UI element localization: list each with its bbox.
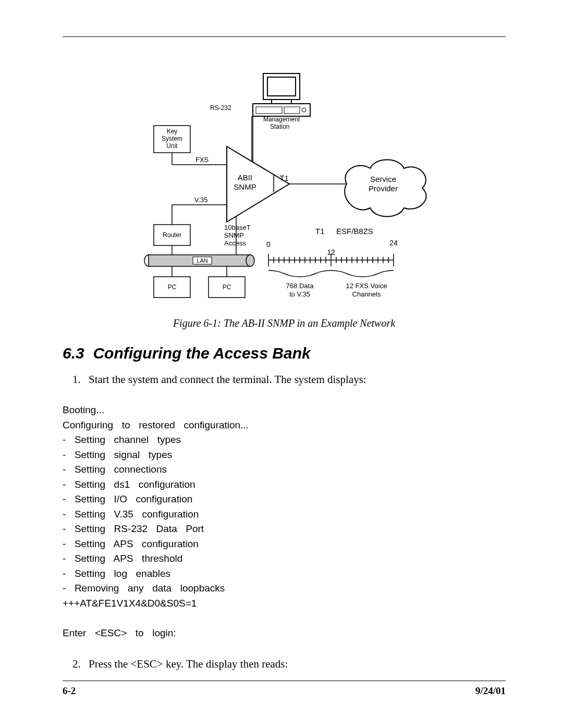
- rs232-label: RS-232: [210, 104, 231, 112]
- network-diagram-svg: Management Station Key System: [117, 68, 451, 313]
- ruler-24: 24: [389, 239, 398, 247]
- ksu-label-3: Unit: [166, 142, 178, 150]
- 10baset-label-2: SNMP: [224, 231, 244, 239]
- svg-point-6: [302, 108, 306, 112]
- router-label: Router: [163, 231, 181, 239]
- step-1: Start the system and connect the termina…: [83, 372, 506, 387]
- ksu-label-1: Key: [167, 128, 178, 135]
- steps-list-2: Press the <ESC> key. The display then re…: [83, 656, 506, 672]
- v35-label: V.35: [194, 196, 208, 204]
- 10baset-label-3: Access: [224, 239, 246, 247]
- management-station-icon: [253, 73, 310, 116]
- step-2: Press the <ESC> key. The display then re…: [83, 656, 506, 672]
- figure-caption: Figure 6-1: The AB-II SNMP in an Example…: [63, 317, 506, 329]
- svg-rect-5: [284, 107, 300, 114]
- section-number: 6.3: [63, 344, 84, 362]
- brace-left: [268, 270, 331, 277]
- abii-label-2: SNMP: [234, 182, 256, 191]
- brace2-label-a: 12 FXS Voice: [346, 282, 387, 290]
- brace2-label-b: Channels: [352, 290, 381, 298]
- footer-rule: 6-2 9/24/01: [63, 681, 506, 697]
- page: Management Station Key System: [0, 0, 563, 728]
- terminal-output: Booting... Configuring to restored confi…: [63, 403, 506, 640]
- pc-label-2: PC: [223, 283, 231, 291]
- svg-rect-2: [272, 100, 291, 104]
- fxs-label: FXS: [195, 156, 209, 164]
- mgmt-label-2: Station: [270, 123, 289, 130]
- top-rule: [63, 36, 506, 37]
- svg-rect-4: [256, 107, 282, 114]
- footer: 6-2 9/24/01: [63, 685, 506, 697]
- lan-label: LAN: [197, 257, 207, 264]
- steps-list-1: Start the system and connect the termina…: [83, 372, 506, 387]
- brace1-label-b: to V.35: [289, 290, 310, 298]
- page-number: 6-2: [63, 685, 76, 697]
- esf-label: ESF/B8ZS: [336, 227, 373, 236]
- mgmt-label-1: Management: [263, 116, 300, 123]
- abii-label-1: ABII: [238, 173, 252, 182]
- pc-label-1: PC: [168, 283, 177, 291]
- figure-6-1: Management Station Key System: [63, 68, 506, 324]
- brace-right: [331, 270, 394, 277]
- 10baset-label-1: 10baseT: [224, 224, 251, 231]
- ksu-label-2: System: [162, 135, 182, 142]
- sp-label-2: Provider: [369, 184, 398, 193]
- ruler-0: 0: [266, 240, 271, 249]
- t1-right-label: T1: [315, 227, 325, 236]
- section-heading: 6.3 Configuring the Access Bank: [63, 344, 506, 362]
- brace1-label-a: 768 Data: [286, 282, 314, 290]
- channel-ruler: [268, 254, 394, 266]
- section-title: Configuring the Access Bank: [93, 344, 310, 362]
- footer-date: 9/24/01: [475, 685, 506, 697]
- sp-label-1: Service: [370, 175, 396, 183]
- svg-rect-1: [267, 77, 296, 96]
- t1-left-label: T1: [279, 174, 289, 182]
- svg-point-33: [246, 255, 254, 266]
